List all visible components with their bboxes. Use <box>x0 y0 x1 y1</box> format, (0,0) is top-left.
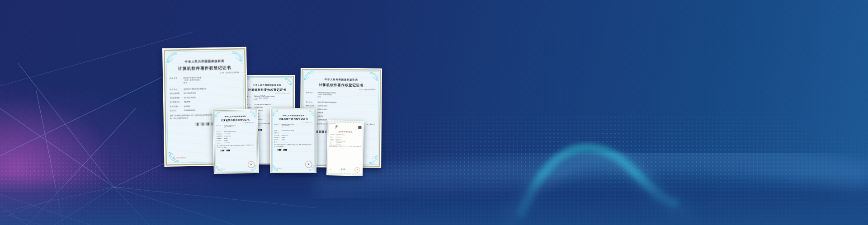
field-label: 权 利 范 围： <box>217 140 224 141</box>
field-rows: 软 件 名 称：Martiantrier激光打标软件 ［简称：激光打标软件］ V… <box>170 76 241 112</box>
stamp-star: ★ <box>307 163 311 166</box>
field-value: 原始取得 <box>224 137 255 139</box>
field-row: 权利取得方式：原始取得 <box>217 137 255 140</box>
field-value: 全部权利 <box>317 115 376 118</box>
field-value: 2017年10月01日 <box>224 135 255 137</box>
field-row: 软 件 名 称：Martiantrier激光打标软件 ［简称：激光打标软件］ V… <box>170 76 241 84</box>
field-label: 首次发表日期： <box>170 97 184 99</box>
field-row: 登 记 号：2018SR050406 <box>217 142 255 144</box>
field-label: 首次发表日期： <box>274 135 282 136</box>
serial-number: No. 01729326 <box>173 156 186 159</box>
field-label: 软 件 名 称： <box>170 77 184 84</box>
certificate-copyright-4: 中华人民共和国国家版权局 计算机软件著作权登记证书 证书号：软著登字第24040… <box>212 109 259 174</box>
field-rows: 软 件 名 称：Martiantrier 数控激光打标机软件 ［简称：打标机软件… <box>274 124 313 143</box>
field-row: 软 件 名 称：Martiantrier 数控激光打标机软件 ［简称：打标机软件… <box>274 124 313 128</box>
field-row: 权利取得方式：原始取得 <box>274 137 313 138</box>
field-label: 权 利 范 围： <box>274 139 282 141</box>
field-label: 著 作 权 人： <box>306 101 317 103</box>
corner-flourish-icon <box>273 110 278 116</box>
certificate-number: 证书号：软著登字第2404051号 <box>306 88 376 90</box>
field-value: 2017年04月30日 <box>224 132 255 134</box>
certificates-stage: 中华人民共和国国家版权局 计算机软件著作权登记证书 证书号：软著登字第24040… <box>0 0 868 176</box>
certificate-copyright-5: 中华人民共和国国家版权局 计算机软件著作权登记证书 证书号：软著登字第24040… <box>270 108 316 173</box>
field-value: 2017年12月01日 <box>317 108 376 111</box>
field-rows: 软 件 名 称：Martiantrier 双头激光打标软件 ［简称：双头打标软件… <box>216 124 255 144</box>
field-row: 权利取得方式：原始取得 <box>170 100 241 103</box>
field-value: 2017年05月01日 <box>317 105 376 108</box>
corner-flourish-icon <box>369 155 377 164</box>
field-label: 登 记 号： <box>217 142 224 144</box>
patent-title: 实用新型专利证书 <box>328 131 363 133</box>
field-row: 著 作 权 人：深圳市马丁梅尼尔技术有限公司 <box>306 101 376 104</box>
issuer-signature: 申长雨 <box>340 168 345 170</box>
field-label: 登 记 号： <box>170 109 184 112</box>
field-label: 登 记 号： <box>274 141 282 143</box>
field-label: 授权公告日： <box>330 143 336 144</box>
certificate-paper: 中华人民共和国国家版权局 计算机软件著作权登记证书 证书号：软著登字第24040… <box>271 109 316 173</box>
field-row: 著 作 权 人：深圳市马丁梅尼尔技术有限公司 <box>170 87 241 91</box>
field-row: 授权公告日：2018年04月10日 <box>330 143 361 145</box>
field-value: 全部权利 <box>184 104 241 107</box>
field-label: 权利取得方式： <box>217 138 224 139</box>
serial-number: No. 01729410 <box>275 168 282 169</box>
field-label: 专 利 号： <box>330 137 336 138</box>
corner-flourish-icon <box>369 72 378 80</box>
certificate-title: 计算机软件著作权登记证书 <box>216 118 255 122</box>
certificate-title: 计算机软件著作权登记证书 <box>169 65 240 71</box>
seal-star: ★ <box>356 169 359 171</box>
field-value: 深圳市马丁梅尼尔技术有限公司 <box>255 103 290 105</box>
field-value: Martiantrier激光打标软件 ［简称：激光打标软件］ V1.0 <box>184 76 241 84</box>
certificate-title: 计算机软件著作权登记证书 <box>306 83 377 88</box>
certificate-paper: 中华人民共和国国家版权局 计算机软件著作权登记证书 证书号：软著登字第24040… <box>213 109 259 173</box>
registration-paragraph: 根据《计算机软件保护条例》和《计算机软件著作权登记办法》的规定，经中国版权保护中… <box>274 144 313 147</box>
field-value: 2018SR050406 <box>224 142 255 144</box>
issuing-authority: 中华人民共和国国家版权局 <box>306 78 377 81</box>
issuing-authority: 中华人民共和国国家版权局 <box>274 114 313 117</box>
corner-flourish-icon <box>215 112 221 118</box>
grant-paragraph: 本实用新型经过本局依照中华人民共和国专利法进行初步审查，决定授予专利权，颁发本证… <box>329 145 361 148</box>
field-row: 开发完成日期：2017年05月01日 <box>170 91 241 95</box>
field-value: 原始取得 <box>184 100 241 103</box>
field-row: 首次发表日期：2017年11月01日 <box>170 96 241 99</box>
field-value: 2017年11月05日 <box>282 135 313 136</box>
field-label: 首次发表日期： <box>217 136 224 137</box>
registration-paragraph: 根据《计算机软件保护条例》和《计算机软件著作权登记办法》的规定，经中国版权保护中… <box>217 145 255 148</box>
patent-footer: 局长 申长雨 ★ <box>330 166 360 173</box>
stamp-star: ★ <box>250 163 253 166</box>
field-value: 原始取得 <box>317 112 376 115</box>
field-row: 开发完成日期：2017年04月30日 <box>217 132 255 135</box>
field-label: 权利取得方式： <box>170 101 184 103</box>
field-label: 权 利 范 围： <box>170 105 184 108</box>
field-label: 专 利 权 人： <box>330 140 336 141</box>
field-row: 开发完成日期：2017年05月01日 <box>306 105 376 108</box>
field-row: 软 件 名 称：Martiantrier PCB激光打标软件 ［简称：PCB打标… <box>306 92 377 98</box>
certificate-number: 证书号：软著登字第2404053号 <box>274 122 312 122</box>
field-value: 全部权利 <box>282 139 313 141</box>
field-label: 软 件 名 称： <box>216 125 224 129</box>
field-value: Martiantrier PCB激光打标软件 ［简称：PCB打标软件］ V1.0 <box>318 92 377 98</box>
field-rows: 实用新型名称：一种激光打标机的定位装置发 明 人：马 丁专 利 号：ZL 201… <box>330 134 361 145</box>
corner-flourish-icon <box>232 51 242 61</box>
red-seal-stamp-icon: ★ <box>354 167 361 173</box>
field-label: 开发完成日期： <box>274 132 282 134</box>
qr-code <box>358 126 361 129</box>
field-label: 地 址： <box>330 142 336 143</box>
issuer-title: 局长 <box>330 169 331 169</box>
certificate-body: 中华人民共和国国家版权局 计算机软件著作权登记证书 证书号：软著登字第24040… <box>214 111 257 172</box>
certificate-title: 计算机软件著作权登记证书 <box>274 118 313 121</box>
field-value: Martiantrier 双头激光打标软件 ［简称：双头打标软件］ V1.0 <box>224 124 255 129</box>
field-value: 2018年04月10日 <box>335 144 361 145</box>
issuing-authority: 中华人民共和国国家版权局 <box>169 59 240 64</box>
field-row: 软 件 名 称：Martiantrier S/M/LdPro激光打标控制软件 ［… <box>244 95 290 100</box>
barcode <box>219 150 231 151</box>
field-value: Martiantrier 数控激光打标机软件 ［简称：打标机软件］ V1.0 <box>282 124 313 128</box>
field-row: 著 作 权 人：深圳市马丁梅尼尔技术有限公司 <box>217 130 255 132</box>
corner-flourish-icon <box>284 78 292 86</box>
issuing-authority: 中华人民共和国国家版权局 <box>244 84 290 87</box>
field-value: 2017年06月30日 <box>282 132 313 134</box>
field-row: 著 作 权 人：深圳市马丁梅尼尔技术有限公司 <box>244 103 290 105</box>
field-row: 登 记 号：2018SR050407 <box>274 141 313 143</box>
certificate-number: 证书号：软著登字第2404050号 <box>244 93 289 94</box>
field-label: 著 作 权 人： <box>217 131 224 132</box>
field-value: 深圳市马丁梅尼尔技术有限公司 <box>224 130 255 132</box>
